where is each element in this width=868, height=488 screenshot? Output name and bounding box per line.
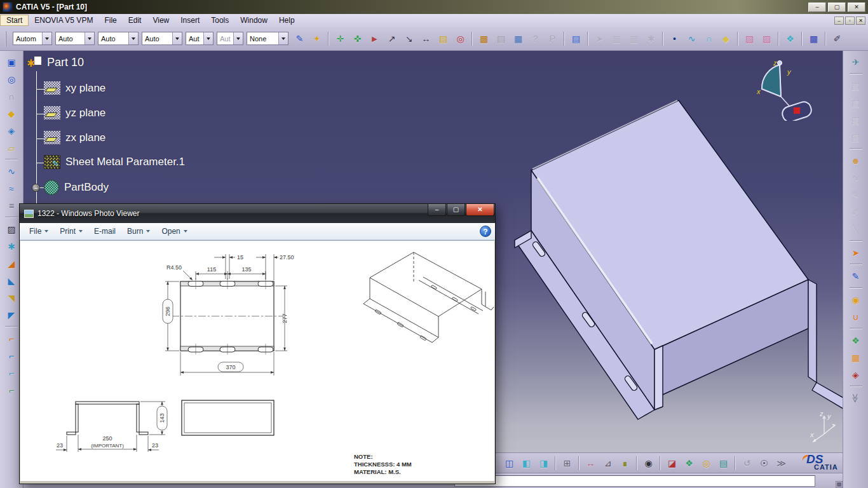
- toolbar-grip[interactable]: [5, 31, 7, 46]
- maximize-button[interactable]: ▢: [828, 3, 846, 12]
- catalog-3-icon[interactable]: ▤: [848, 112, 864, 128]
- catalog-b-icon[interactable]: ▥: [626, 30, 642, 46]
- zoom-in-icon[interactable]: ↗: [384, 30, 400, 46]
- filter-dropdown-5[interactable]: Aut: [186, 32, 214, 45]
- tool-circle-icon[interactable]: ◉: [848, 292, 864, 308]
- tree-node-yz-plane[interactable]: yz plane: [44, 106, 105, 119]
- axis-box-icon[interactable]: ◈: [848, 367, 864, 383]
- help-icon[interactable]: ?: [480, 226, 491, 237]
- zoom-out-icon[interactable]: ↘: [401, 30, 417, 46]
- product-tree-icon[interactable]: ▦: [510, 30, 526, 46]
- plane-diamond-icon[interactable]: ◆: [718, 30, 734, 46]
- face-select-b-icon[interactable]: ▨: [759, 30, 775, 46]
- form-hand-icon[interactable]: ▤: [568, 30, 584, 46]
- pv-menu-email[interactable]: E-mail: [88, 226, 121, 237]
- ruler-icon[interactable]: ↔: [583, 455, 599, 471]
- quick-list-icon[interactable]: ▤: [435, 30, 451, 46]
- photo-viewer-window[interactable]: 1322 - Windows Photo Viewer – ▢ ✕ File P…: [19, 203, 496, 484]
- what-is-icon[interactable]: ?: [527, 30, 543, 46]
- pv-menu-print[interactable]: Print: [54, 226, 88, 237]
- swatches-icon[interactable]: ▤: [715, 455, 731, 471]
- tree-node-root[interactable]: ✱ Part 10: [27, 56, 84, 69]
- filter-dropdown-7[interactable]: None: [247, 32, 288, 45]
- gear-pair-icon[interactable]: ✱: [643, 30, 659, 46]
- photo-viewer-title-bar[interactable]: 1322 - Windows Photo Viewer – ▢ ✕: [20, 204, 495, 223]
- camera-icon[interactable]: ◉: [641, 455, 656, 471]
- edit-form-icon[interactable]: ▤: [493, 30, 509, 46]
- target-icon[interactable]: ◎: [698, 455, 714, 471]
- refresh-icon[interactable]: ↺: [739, 455, 755, 471]
- p-doc-icon[interactable]: P: [545, 30, 560, 46]
- pan-icon[interactable]: ✜: [349, 30, 365, 46]
- menu-enovia[interactable]: ENOVIA V5 VPM: [29, 15, 98, 25]
- menu-tools[interactable]: Tools: [205, 15, 234, 25]
- catalog-a-icon[interactable]: ▥: [609, 30, 625, 46]
- zoom-area-off-icon[interactable]: ◎: [452, 30, 468, 46]
- pv-minimize-button[interactable]: –: [428, 204, 446, 216]
- view-left-icon[interactable]: ◧: [519, 455, 534, 471]
- close-button[interactable]: ✕: [848, 3, 865, 12]
- fly-mode-icon[interactable]: ►: [367, 30, 383, 46]
- pv-menu-burn[interactable]: Burn: [121, 226, 156, 237]
- lattice-icon[interactable]: ▦: [848, 349, 864, 365]
- wrench-gear-icon[interactable]: ✱: [4, 238, 20, 254]
- power-input-field[interactable]: [454, 475, 815, 487]
- magic-wand-icon[interactable]: ✦: [309, 30, 325, 46]
- bend-icon[interactable]: ∿: [4, 163, 20, 179]
- more-tools-icon[interactable]: ≫: [773, 455, 789, 471]
- gray-line-icon[interactable]: ╲: [848, 221, 864, 237]
- hem-icon[interactable]: ◣: [4, 273, 20, 288]
- menu-edit[interactable]: Edit: [123, 15, 147, 25]
- tree-node-zx-plane[interactable]: zx plane: [44, 131, 105, 144]
- bracket-b-icon[interactable]: ⌐: [4, 348, 20, 363]
- sketcher-icon[interactable]: ✐: [829, 30, 845, 46]
- painter-pen-icon[interactable]: ✎: [292, 30, 308, 46]
- child-minimize-button[interactable]: –: [834, 17, 844, 25]
- view-circle-icon[interactable]: ◎: [4, 71, 20, 87]
- menu-view[interactable]: View: [147, 15, 175, 25]
- globe-hand-icon[interactable]: ☉: [756, 455, 772, 471]
- pv-menu-open[interactable]: Open: [156, 226, 193, 237]
- mass-properties-icon[interactable]: ∎: [617, 455, 633, 471]
- wall-on-edge-icon[interactable]: ◈: [4, 123, 20, 139]
- menu-help[interactable]: Help: [273, 15, 301, 25]
- sketch-pad-icon[interactable]: ✎: [848, 268, 864, 284]
- pv-maximize-button[interactable]: ▢: [447, 204, 465, 216]
- normal-view-icon[interactable]: ↔: [418, 30, 434, 46]
- child-restore-button[interactable]: ▫: [845, 17, 855, 25]
- pv-close-button[interactable]: ✕: [466, 204, 494, 216]
- pv-menu-file[interactable]: File: [24, 226, 54, 237]
- catalog-2-icon[interactable]: ▤: [848, 95, 864, 111]
- extrusion-icon[interactable]: ▱: [4, 140, 20, 156]
- fit-all-icon[interactable]: ✛: [332, 30, 348, 46]
- compass[interactable]: z y x: [754, 57, 815, 121]
- view-area-icon[interactable]: ▣: [4, 54, 20, 70]
- more-tools-icon[interactable]: ≫: [848, 390, 864, 406]
- tree-node-partbody[interactable]: PartBody: [44, 180, 109, 195]
- printer-icon[interactable]: ⊞: [559, 455, 575, 471]
- menu-insert[interactable]: Insert: [175, 15, 205, 25]
- help-cursor-icon[interactable]: ➤: [592, 30, 607, 46]
- people-icon[interactable]: ☻: [848, 152, 864, 168]
- parameters-list-icon[interactable]: ≡: [4, 198, 20, 214]
- gray-sketch-icon[interactable]: ✎: [848, 187, 864, 203]
- child-close-button[interactable]: ✕: [856, 17, 865, 25]
- bracket-c-icon[interactable]: ⌐: [4, 365, 20, 381]
- grid-select-icon[interactable]: ▦: [806, 30, 822, 46]
- minimize-button[interactable]: –: [808, 3, 826, 12]
- tree-node-xy-plane[interactable]: xy plane: [44, 81, 105, 95]
- filter-dropdown-3[interactable]: Auto: [98, 32, 139, 45]
- iso-view-icon[interactable]: ◫: [501, 455, 517, 471]
- measure-item-icon[interactable]: ⊿: [600, 455, 616, 471]
- view-right-icon[interactable]: ◨: [536, 455, 552, 471]
- menu-file[interactable]: File: [98, 15, 122, 25]
- update-icon[interactable]: ▩: [476, 30, 492, 46]
- spline-icon[interactable]: ∿: [684, 30, 700, 46]
- recognize-arch-icon[interactable]: ∩: [4, 88, 20, 104]
- filter-dropdown-2[interactable]: Auto: [55, 32, 95, 45]
- sheet-metal-parameters-icon[interactable]: ▨: [4, 221, 20, 237]
- tree-node-sheet-metal-parameter[interactable]: ✎ Sheet Metal Parameter.1: [44, 155, 185, 169]
- filter-dropdown-4[interactable]: Auto: [142, 32, 182, 45]
- face-select-a-icon[interactable]: ▧: [742, 30, 757, 46]
- unfold-icon[interactable]: ≈: [4, 180, 20, 196]
